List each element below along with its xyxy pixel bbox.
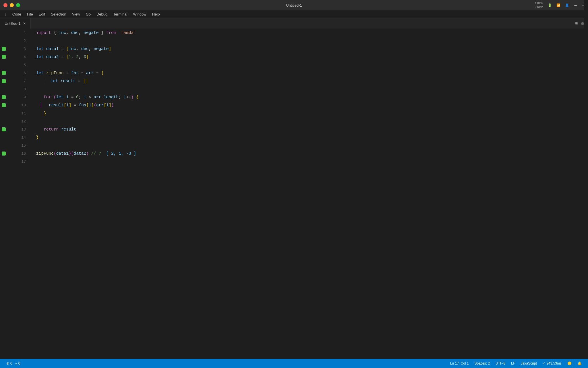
menu-window[interactable]: Window [130,11,149,18]
breakpoint-11[interactable] [2,111,6,115]
breakpoint-17[interactable] [2,160,6,164]
token-sp8 [59,125,61,133]
token-i: i [66,93,69,101]
token-brace4: } [36,133,39,141]
code-line-6: let zipFunc = fns ⇒ arr ⇒ { [32,69,584,77]
close-button[interactable] [3,3,7,7]
token-comma1: , [66,29,71,37]
menu-apple[interactable]:  [2,11,9,18]
tab-close-icon[interactable]: ✕ [23,22,26,26]
token-pp: ++ [126,93,131,101]
code-line-5 [32,61,584,69]
code-area[interactable]: import { inc, dec, negate } from 'ramda'… [32,29,584,166]
token-i6: i [106,101,109,109]
gutter-row-17: 17 [0,158,32,166]
status-feedback[interactable]: 🙂 [564,359,575,368]
breakpoint-13[interactable] [2,127,6,131]
breakpoint-12[interactable] [2,119,6,123]
status-spaces[interactable]: Spaces: 2 [472,359,493,368]
gutter-row-14: 14 [0,133,32,141]
traffic-lights [3,3,61,7]
line-number-16: 16 [7,152,29,156]
token-lb3: [ [64,101,66,109]
breakpoint-10[interactable] [2,103,6,107]
token-dot1: . [101,93,104,101]
token-arrow1: ⇒ [79,69,86,77]
status-line-ending[interactable]: LF [508,359,518,368]
position-label: Ln 17, Col 1 [450,361,469,365]
code-line-13: return result [32,125,584,133]
menu-file[interactable]: File [24,11,36,18]
token-eq1: = [59,45,66,53]
menu-terminal[interactable]: Terminal [110,11,130,18]
status-notifications[interactable]: 🔔 [575,359,585,368]
token-lparen1: ( [54,93,56,101]
token-c3: , [76,45,81,53]
token-data1b: data1 [56,150,69,158]
code-line-7: let result = [] [32,77,584,85]
maximize-button[interactable] [16,3,20,7]
breakpoint-9[interactable] [2,95,6,99]
token-c6: , [79,53,84,61]
breakpoint-4[interactable] [2,55,6,59]
token-zipfunc: zipFunc [46,69,64,77]
token-i5: i [89,101,91,109]
status-language[interactable]: JavaScript [518,359,540,368]
status-encoding[interactable]: UTF-8 [493,359,508,368]
menu-edit[interactable]: Edit [36,11,48,18]
minimize-button[interactable] [10,3,14,7]
token-from: from [106,29,116,37]
code-line-4: let data2 = [1, 2, 3] [32,53,584,61]
battery-icon: 🔋 [548,3,552,7]
line-number-4: 4 [7,55,29,59]
warning-count: 0 [18,361,20,365]
breakpoint-3[interactable] [2,47,6,51]
scrollbar[interactable] [584,29,588,166]
menu-selection[interactable]: Selection [48,11,69,18]
token-lparen2: ( [94,101,96,109]
breakpoint-14[interactable] [2,135,6,139]
breakpoint-2[interactable] [2,39,6,43]
token-lt: < [86,93,94,101]
token-data2: data2 [46,53,59,61]
breakpoint-6[interactable] [2,71,6,75]
statusbar: ⊗ 0 △ 0 Ln 17, Col 1 Spaces: 2 UTF-8 LF … [0,359,588,368]
menu-code[interactable]: Code [9,11,24,18]
split-editor-icon[interactable]: ⊞ [575,21,578,26]
gutter-row-2: 2 [0,37,32,45]
status-errors[interactable]: ⊗ 0 △ 0 [3,359,23,368]
tab-untitled1[interactable]: Untitled-1 ✕ [0,18,31,29]
line-number-3: 3 [7,47,29,51]
token-negate2: negate [94,45,109,53]
menu-debug[interactable]: Debug [94,11,110,18]
token-lb1: [ [66,45,69,53]
breakpoint-16[interactable] [2,152,6,156]
token-eq4: = [76,77,83,85]
token-sp2 [44,53,46,61]
token-zipfunc2: zipFunc [36,150,54,158]
token-c4: , [89,45,94,53]
menu-go[interactable]: Go [83,11,94,18]
network-stats: 1 KB/s0 KB/s [535,1,543,9]
line-number-17: 17 [7,160,29,164]
feedback-icon: 🙂 [567,361,572,365]
gutter-row-7: 7 [0,77,32,85]
breakpoint-5[interactable] [2,63,6,67]
line-number-8: 8 [7,87,29,91]
breakpoint-8[interactable] [2,87,6,91]
menu-view[interactable]: View [69,11,83,18]
token-data2b: data2 [74,150,86,158]
token-rparen1: ) [131,93,134,101]
menu-help[interactable]: Help [149,11,163,18]
status-position[interactable]: Ln 17, Col 1 [447,359,472,368]
token-let1: let [36,45,44,53]
breakpoint-7[interactable] [2,79,6,83]
breakpoint-1[interactable] [2,31,6,35]
token-result3: result [61,125,76,133]
breakpoint-15[interactable] [2,143,6,147]
token-comment: // ? [91,150,104,158]
token-inc2: inc [69,45,76,53]
token-rb2: ] [86,53,89,61]
menubar:  Code File Edit Selection View Go Debug… [0,10,588,18]
code-line-9: for (let i = 0; i < arr.length; i++) { [32,93,584,101]
